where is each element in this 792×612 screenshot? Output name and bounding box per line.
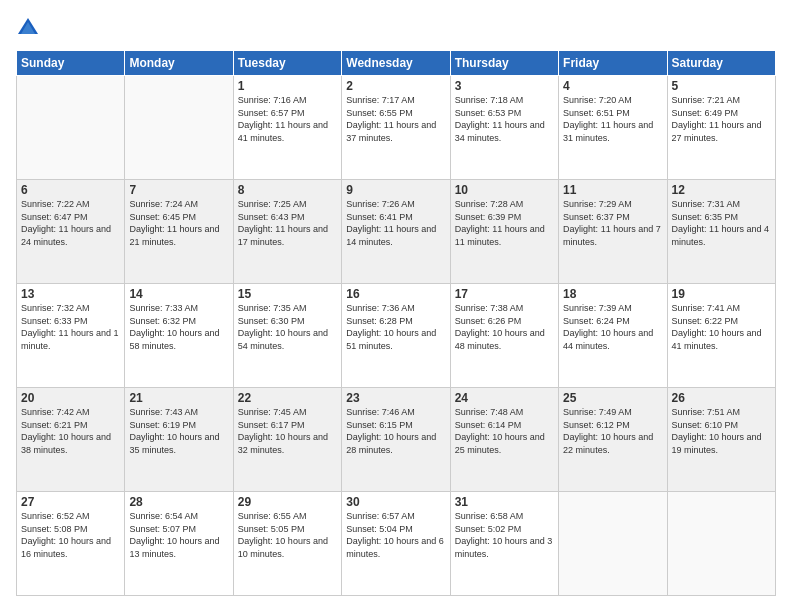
- day-info: Sunrise: 7:18 AM Sunset: 6:53 PM Dayligh…: [455, 94, 554, 144]
- calendar-header-sunday: Sunday: [17, 51, 125, 76]
- day-info: Sunrise: 7:22 AM Sunset: 6:47 PM Dayligh…: [21, 198, 120, 248]
- day-info: Sunrise: 7:28 AM Sunset: 6:39 PM Dayligh…: [455, 198, 554, 248]
- calendar-cell: [559, 492, 667, 596]
- day-info: Sunrise: 7:31 AM Sunset: 6:35 PM Dayligh…: [672, 198, 771, 248]
- calendar-header-saturday: Saturday: [667, 51, 775, 76]
- day-number: 23: [346, 391, 445, 405]
- calendar-cell: 14Sunrise: 7:33 AM Sunset: 6:32 PM Dayli…: [125, 284, 233, 388]
- calendar-cell: 17Sunrise: 7:38 AM Sunset: 6:26 PM Dayli…: [450, 284, 558, 388]
- calendar-cell: 8Sunrise: 7:25 AM Sunset: 6:43 PM Daylig…: [233, 180, 341, 284]
- day-info: Sunrise: 7:24 AM Sunset: 6:45 PM Dayligh…: [129, 198, 228, 248]
- calendar-cell: 18Sunrise: 7:39 AM Sunset: 6:24 PM Dayli…: [559, 284, 667, 388]
- day-number: 29: [238, 495, 337, 509]
- day-number: 26: [672, 391, 771, 405]
- logo-icon: [16, 16, 40, 40]
- day-number: 25: [563, 391, 662, 405]
- day-info: Sunrise: 6:57 AM Sunset: 5:04 PM Dayligh…: [346, 510, 445, 560]
- calendar-cell: 16Sunrise: 7:36 AM Sunset: 6:28 PM Dayli…: [342, 284, 450, 388]
- day-number: 19: [672, 287, 771, 301]
- calendar-cell: 12Sunrise: 7:31 AM Sunset: 6:35 PM Dayli…: [667, 180, 775, 284]
- calendar-cell: 10Sunrise: 7:28 AM Sunset: 6:39 PM Dayli…: [450, 180, 558, 284]
- day-number: 24: [455, 391, 554, 405]
- calendar-cell: 6Sunrise: 7:22 AM Sunset: 6:47 PM Daylig…: [17, 180, 125, 284]
- day-number: 9: [346, 183, 445, 197]
- day-info: Sunrise: 7:39 AM Sunset: 6:24 PM Dayligh…: [563, 302, 662, 352]
- calendar-cell: 13Sunrise: 7:32 AM Sunset: 6:33 PM Dayli…: [17, 284, 125, 388]
- day-info: Sunrise: 7:35 AM Sunset: 6:30 PM Dayligh…: [238, 302, 337, 352]
- calendar-cell: 23Sunrise: 7:46 AM Sunset: 6:15 PM Dayli…: [342, 388, 450, 492]
- day-info: Sunrise: 7:43 AM Sunset: 6:19 PM Dayligh…: [129, 406, 228, 456]
- day-info: Sunrise: 7:48 AM Sunset: 6:14 PM Dayligh…: [455, 406, 554, 456]
- calendar-cell: 31Sunrise: 6:58 AM Sunset: 5:02 PM Dayli…: [450, 492, 558, 596]
- day-number: 13: [21, 287, 120, 301]
- calendar-cell: 5Sunrise: 7:21 AM Sunset: 6:49 PM Daylig…: [667, 76, 775, 180]
- day-number: 17: [455, 287, 554, 301]
- day-number: 16: [346, 287, 445, 301]
- calendar-cell: 9Sunrise: 7:26 AM Sunset: 6:41 PM Daylig…: [342, 180, 450, 284]
- day-info: Sunrise: 7:51 AM Sunset: 6:10 PM Dayligh…: [672, 406, 771, 456]
- day-info: Sunrise: 7:38 AM Sunset: 6:26 PM Dayligh…: [455, 302, 554, 352]
- day-number: 20: [21, 391, 120, 405]
- calendar-header-monday: Monday: [125, 51, 233, 76]
- day-info: Sunrise: 7:49 AM Sunset: 6:12 PM Dayligh…: [563, 406, 662, 456]
- calendar-cell: [667, 492, 775, 596]
- day-info: Sunrise: 7:21 AM Sunset: 6:49 PM Dayligh…: [672, 94, 771, 144]
- calendar-cell: 28Sunrise: 6:54 AM Sunset: 5:07 PM Dayli…: [125, 492, 233, 596]
- day-number: 22: [238, 391, 337, 405]
- day-number: 6: [21, 183, 120, 197]
- day-number: 2: [346, 79, 445, 93]
- calendar-cell: 2Sunrise: 7:17 AM Sunset: 6:55 PM Daylig…: [342, 76, 450, 180]
- day-number: 3: [455, 79, 554, 93]
- day-number: 21: [129, 391, 228, 405]
- day-number: 14: [129, 287, 228, 301]
- day-info: Sunrise: 7:46 AM Sunset: 6:15 PM Dayligh…: [346, 406, 445, 456]
- day-info: Sunrise: 7:33 AM Sunset: 6:32 PM Dayligh…: [129, 302, 228, 352]
- calendar-cell: 30Sunrise: 6:57 AM Sunset: 5:04 PM Dayli…: [342, 492, 450, 596]
- calendar-week-row: 1Sunrise: 7:16 AM Sunset: 6:57 PM Daylig…: [17, 76, 776, 180]
- day-info: Sunrise: 6:58 AM Sunset: 5:02 PM Dayligh…: [455, 510, 554, 560]
- calendar-cell: 19Sunrise: 7:41 AM Sunset: 6:22 PM Dayli…: [667, 284, 775, 388]
- day-number: 10: [455, 183, 554, 197]
- day-number: 4: [563, 79, 662, 93]
- day-number: 28: [129, 495, 228, 509]
- day-info: Sunrise: 7:20 AM Sunset: 6:51 PM Dayligh…: [563, 94, 662, 144]
- calendar-cell: 22Sunrise: 7:45 AM Sunset: 6:17 PM Dayli…: [233, 388, 341, 492]
- logo: [16, 16, 44, 40]
- calendar-cell: 1Sunrise: 7:16 AM Sunset: 6:57 PM Daylig…: [233, 76, 341, 180]
- calendar-cell: 26Sunrise: 7:51 AM Sunset: 6:10 PM Dayli…: [667, 388, 775, 492]
- calendar-header-thursday: Thursday: [450, 51, 558, 76]
- day-info: Sunrise: 7:32 AM Sunset: 6:33 PM Dayligh…: [21, 302, 120, 352]
- header: [16, 16, 776, 40]
- day-number: 31: [455, 495, 554, 509]
- day-info: Sunrise: 7:36 AM Sunset: 6:28 PM Dayligh…: [346, 302, 445, 352]
- calendar-cell: 3Sunrise: 7:18 AM Sunset: 6:53 PM Daylig…: [450, 76, 558, 180]
- day-info: Sunrise: 7:26 AM Sunset: 6:41 PM Dayligh…: [346, 198, 445, 248]
- day-info: Sunrise: 7:41 AM Sunset: 6:22 PM Dayligh…: [672, 302, 771, 352]
- calendar-header-friday: Friday: [559, 51, 667, 76]
- calendar-week-row: 20Sunrise: 7:42 AM Sunset: 6:21 PM Dayli…: [17, 388, 776, 492]
- day-number: 5: [672, 79, 771, 93]
- day-info: Sunrise: 7:25 AM Sunset: 6:43 PM Dayligh…: [238, 198, 337, 248]
- day-number: 18: [563, 287, 662, 301]
- day-number: 27: [21, 495, 120, 509]
- day-number: 12: [672, 183, 771, 197]
- day-info: Sunrise: 7:16 AM Sunset: 6:57 PM Dayligh…: [238, 94, 337, 144]
- day-info: Sunrise: 6:54 AM Sunset: 5:07 PM Dayligh…: [129, 510, 228, 560]
- day-number: 7: [129, 183, 228, 197]
- page: SundayMondayTuesdayWednesdayThursdayFrid…: [0, 0, 792, 612]
- calendar-cell: [17, 76, 125, 180]
- calendar-cell: 24Sunrise: 7:48 AM Sunset: 6:14 PM Dayli…: [450, 388, 558, 492]
- day-number: 15: [238, 287, 337, 301]
- calendar-header-wednesday: Wednesday: [342, 51, 450, 76]
- day-number: 11: [563, 183, 662, 197]
- calendar-cell: 21Sunrise: 7:43 AM Sunset: 6:19 PM Dayli…: [125, 388, 233, 492]
- day-info: Sunrise: 6:52 AM Sunset: 5:08 PM Dayligh…: [21, 510, 120, 560]
- calendar-cell: 15Sunrise: 7:35 AM Sunset: 6:30 PM Dayli…: [233, 284, 341, 388]
- calendar-cell: 7Sunrise: 7:24 AM Sunset: 6:45 PM Daylig…: [125, 180, 233, 284]
- day-number: 1: [238, 79, 337, 93]
- day-number: 8: [238, 183, 337, 197]
- day-info: Sunrise: 7:17 AM Sunset: 6:55 PM Dayligh…: [346, 94, 445, 144]
- calendar-header-tuesday: Tuesday: [233, 51, 341, 76]
- calendar-week-row: 27Sunrise: 6:52 AM Sunset: 5:08 PM Dayli…: [17, 492, 776, 596]
- calendar-cell: 4Sunrise: 7:20 AM Sunset: 6:51 PM Daylig…: [559, 76, 667, 180]
